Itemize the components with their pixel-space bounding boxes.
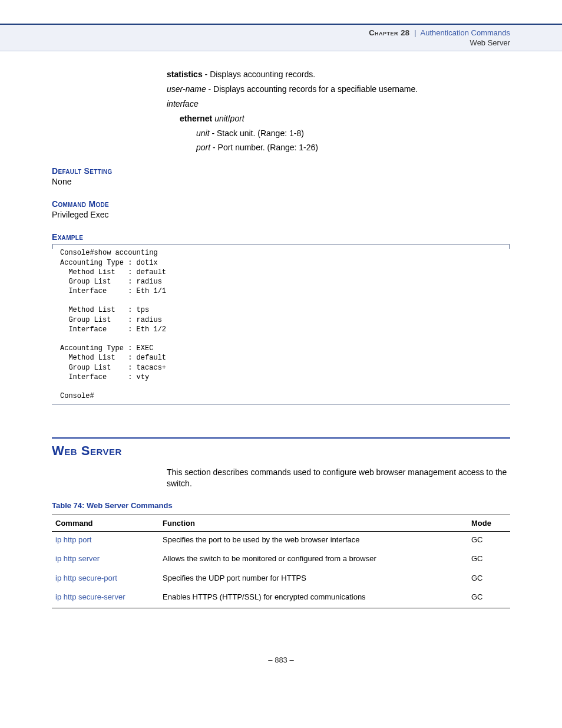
param-user-name: user-name - Displays accounting records … bbox=[167, 84, 510, 95]
cmd-link[interactable]: ip http secure-server bbox=[52, 589, 159, 608]
cmd-function: Enables HTTPS (HTTP/SSL) for encrypted c… bbox=[159, 589, 468, 608]
cmd-function: Specifies the port to be used by the web… bbox=[159, 532, 468, 551]
page: Chapter 28 | Authentication Commands Web… bbox=[0, 24, 562, 728]
body-column: statistics - Displays accounting records… bbox=[167, 69, 510, 153]
desc-port: - Port number. (Range: 1-26) bbox=[210, 143, 318, 152]
param-interface: interface bbox=[167, 98, 510, 110]
th-function: Function bbox=[159, 515, 468, 532]
command-mode-heading: Command Mode bbox=[52, 199, 510, 209]
th-command: Command bbox=[52, 515, 159, 532]
term-port: port bbox=[230, 114, 244, 123]
page-number: – 883 – bbox=[52, 655, 510, 688]
param-ethernet: ethernet unit/port bbox=[180, 113, 510, 124]
term-user-name: user-name bbox=[167, 84, 206, 94]
section-intro: This section describes commands used to … bbox=[167, 467, 510, 489]
cmd-function: Allows the switch to be monitored or con… bbox=[159, 551, 468, 569]
th-mode: Mode bbox=[468, 515, 510, 532]
term-unit: unit bbox=[214, 114, 228, 123]
default-setting-value: None bbox=[52, 177, 510, 186]
cmd-mode: GC bbox=[468, 551, 510, 569]
section-rule bbox=[52, 437, 510, 439]
example-code: Console#show accounting Accounting Type … bbox=[60, 248, 510, 401]
term-port-2: port bbox=[196, 143, 210, 152]
table-row: ip http secure-port Specifies the UDP po… bbox=[52, 570, 510, 589]
table-caption: Table 74: Web Server Commands bbox=[52, 501, 510, 510]
command-mode-value: Privileged Exec bbox=[52, 210, 510, 219]
term-statistics: statistics bbox=[167, 70, 203, 79]
param-statistics: statistics - Displays accounting records… bbox=[167, 69, 510, 80]
table-header-row: Command Function Mode bbox=[52, 515, 510, 532]
chapter-label: Chapter 28 bbox=[369, 28, 409, 37]
desc-statistics: - Displays accounting records. bbox=[203, 70, 315, 79]
param-port-desc: port - Port number. (Range: 1-26) bbox=[196, 142, 510, 153]
table-row: ip http port Specifies the port to be us… bbox=[52, 532, 510, 551]
term-ethernet: ethernet bbox=[180, 114, 212, 123]
header-separator: | bbox=[412, 28, 418, 37]
example-code-block: Console#show accounting Accounting Type … bbox=[52, 244, 510, 405]
cmd-link[interactable]: ip http server bbox=[52, 551, 159, 569]
desc-user-name: - Displays accounting records for a spec… bbox=[206, 84, 418, 94]
desc-unit: - Stack unit. (Range: 1-8) bbox=[210, 129, 304, 138]
default-setting-heading: Default Setting bbox=[52, 166, 510, 176]
cmd-link[interactable]: ip http secure-port bbox=[52, 570, 159, 589]
page-header: Chapter 28 | Authentication Commands Web… bbox=[0, 24, 562, 51]
content-area: statistics - Displays accounting records… bbox=[0, 51, 562, 688]
header-topic: Authentication Commands bbox=[421, 28, 510, 37]
table-row: ip http secure-server Enables HTTPS (HTT… bbox=[52, 589, 510, 608]
section-heading: Web Server bbox=[52, 443, 510, 459]
header-subtopic: Web Server bbox=[0, 38, 510, 47]
header-line-1: Chapter 28 | Authentication Commands bbox=[0, 28, 510, 37]
table-row: ip http server Allows the switch to be m… bbox=[52, 551, 510, 569]
cmd-link[interactable]: ip http port bbox=[52, 532, 159, 551]
cmd-mode: GC bbox=[468, 570, 510, 589]
cmd-mode: GC bbox=[468, 589, 510, 608]
term-unit-2: unit bbox=[196, 129, 210, 138]
cmd-mode: GC bbox=[468, 532, 510, 551]
example-heading: Example bbox=[52, 232, 510, 242]
param-unit-desc: unit - Stack unit. (Range: 1-8) bbox=[196, 128, 510, 139]
commands-table: Command Function Mode ip http port Speci… bbox=[52, 515, 510, 608]
cmd-function: Specifies the UDP port number for HTTPS bbox=[159, 570, 468, 589]
